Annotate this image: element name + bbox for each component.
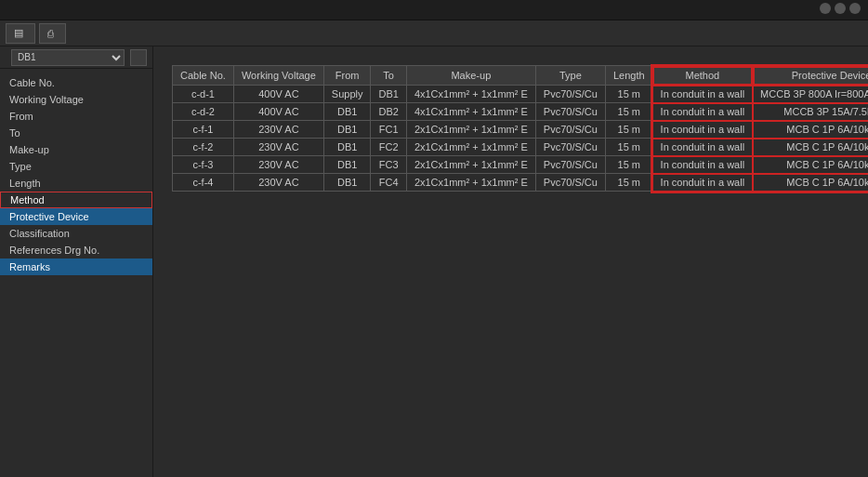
table-cell: In conduit in a wall [652,174,753,192]
column-item-to[interactable]: To [0,125,152,141]
header-cable-no: Cable No. [173,66,234,86]
table-cell: 4x1Cx1mm² + 1x1mm² E [406,103,535,121]
table-cell: MCCB 3P 800A Ir=800A/150kA [753,86,868,103]
column-item-method[interactable]: Method [0,192,152,208]
close-button[interactable] [849,3,861,14]
table-row: c-f-2230V ACDB1FC22x1Cx1mm² + 1x1mm² EPv… [173,139,869,156]
table-cell: Pvc70/S/Cu [535,86,605,103]
column-item-remarks[interactable]: Remarks [0,258,152,275]
export-icon: ▤ [14,27,23,39]
table-cell: 15 m [605,103,652,121]
column-item-cable-no[interactable]: Cable No. [0,74,152,91]
column-item-from[interactable]: From [0,108,152,125]
table-cell: 2x1Cx1mm² + 1x1mm² E [406,156,535,174]
panel-header: DB1 [0,46,152,69]
table-cell: DB2 [371,103,406,121]
header-length: Length [605,66,652,86]
table-cell: DB1 [323,174,371,192]
main-layout: DB1 Cable No. Working Voltage From To Ma… [0,46,868,477]
table-cell: FC2 [371,139,406,156]
table-cell: DB1 [371,86,406,103]
table-cell: FC4 [371,174,406,192]
table-cell: 400V AC [233,86,323,103]
table-header-row: Cable No. Working Voltage From To Make-u… [173,66,869,86]
column-item-make-up[interactable]: Make-up [0,141,152,158]
table-cell: c-f-4 [173,174,234,192]
maximize-button[interactable] [835,3,846,14]
table-cell: MCB C 1P 6A/10kA [753,174,868,192]
table-cell: In conduit in a wall [652,156,753,174]
table-cell: DB1 [323,103,371,121]
column-item-protective-device[interactable]: Protective Device [0,208,152,225]
table-cell: FC3 [371,156,406,174]
table-cell: 400V AC [233,103,323,121]
table-cell: DB1 [323,156,371,174]
table-cell: 15 m [605,139,652,156]
table-cell: MCB C 1P 6A/10kA [753,121,868,139]
left-panel: DB1 Cable No. Working Voltage From To Ma… [0,46,153,477]
columns-list: Cable No. Working Voltage From To Make-u… [0,74,152,477]
table-cell: DB1 [323,139,371,156]
column-item-type[interactable]: Type [0,158,152,175]
table-cell: 4x1Cx1mm² + 1x1mm² E [406,86,535,103]
table-cell: 2x1Cx1mm² + 1x1mm² E [406,139,535,156]
window-controls[interactable] [820,3,861,14]
header-from: From [323,66,371,86]
table-cell: 15 m [605,121,652,139]
minimize-button[interactable] [820,3,831,14]
table-cell: 230V AC [233,174,323,192]
db-selector[interactable]: DB1 [11,49,125,66]
cable-table: Cable No. Working Voltage From To Make-u… [172,65,868,192]
table-cell: 15 m [605,86,652,103]
table-cell: Supply [323,86,371,103]
column-item-classification[interactable]: Classification [0,225,152,242]
table-cell: Pvc70/S/Cu [535,156,605,174]
table-cell: In conduit in a wall [652,86,753,103]
header-working-voltage: Working Voltage [233,66,323,86]
table-cell: 230V AC [233,121,323,139]
table-cell: 230V AC [233,156,323,174]
table-cell: 230V AC [233,139,323,156]
table-cell: c-f-3 [173,156,234,174]
table-row: c-f-4230V ACDB1FC42x1Cx1mm² + 1x1mm² EPv… [173,174,869,192]
table-container: Cable No. Working Voltage From To Make-u… [172,65,868,192]
table-cell: DB1 [323,121,371,139]
table-cell: Pvc70/S/Cu [535,174,605,192]
table-cell: Pvc70/S/Cu [535,121,605,139]
table-cell: Pvc70/S/Cu [535,103,605,121]
table-cell: c-f-1 [173,121,234,139]
export-button[interactable]: ▤ [6,23,35,44]
table-cell: 15 m [605,156,652,174]
table-row: c-f-1230V ACDB1FC12x1Cx1mm² + 1x1mm² EPv… [173,121,869,139]
table-cell: MCB C 1P 6A/10kA [753,139,868,156]
header-protective-device: Protective Device [753,66,868,86]
column-item-working-voltage[interactable]: Working Voltage [0,91,152,108]
table-cell: 2x1Cx1mm² + 1x1mm² E [406,121,535,139]
table-cell: 2x1Cx1mm² + 1x1mm² E [406,174,535,192]
table-cell: 15 m [605,174,652,192]
table-cell: FC1 [371,121,406,139]
content-area: Cable No. Working Voltage From To Make-u… [153,46,868,477]
refresh-button[interactable] [130,49,147,66]
table-cell: MCB C 1P 6A/10kA [753,156,868,174]
table-row: c-d-1400V ACSupplyDB14x1Cx1mm² + 1x1mm² … [173,86,869,103]
table-cell: Pvc70/S/Cu [535,139,605,156]
column-item-length[interactable]: Length [0,175,152,192]
table-cell: In conduit in a wall [652,139,753,156]
table-row: c-d-2400V ACDB1DB24x1Cx1mm² + 1x1mm² EPv… [173,103,869,121]
table-cell: c-f-2 [173,139,234,156]
table-cell: c-d-1 [173,86,234,103]
column-item-references-drg[interactable]: References Drg No. [0,242,152,258]
table-cell: c-d-2 [173,103,234,121]
header-type: Type [535,66,605,86]
header-method: Method [652,66,753,86]
table-cell: MCCB 3P 15A/7.5kA [753,103,868,121]
header-to: To [371,66,406,86]
insert-icon: ⎙ [47,28,54,39]
title-bar [0,0,868,20]
table-row: c-f-3230V ACDB1FC32x1Cx1mm² + 1x1mm² EPv… [173,156,869,174]
toolbar: ▤ ⎙ [0,20,868,46]
insert-to-schematic-button[interactable]: ⎙ [39,23,66,44]
header-makeup: Make-up [406,66,535,86]
table-cell: In conduit in a wall [652,121,753,139]
